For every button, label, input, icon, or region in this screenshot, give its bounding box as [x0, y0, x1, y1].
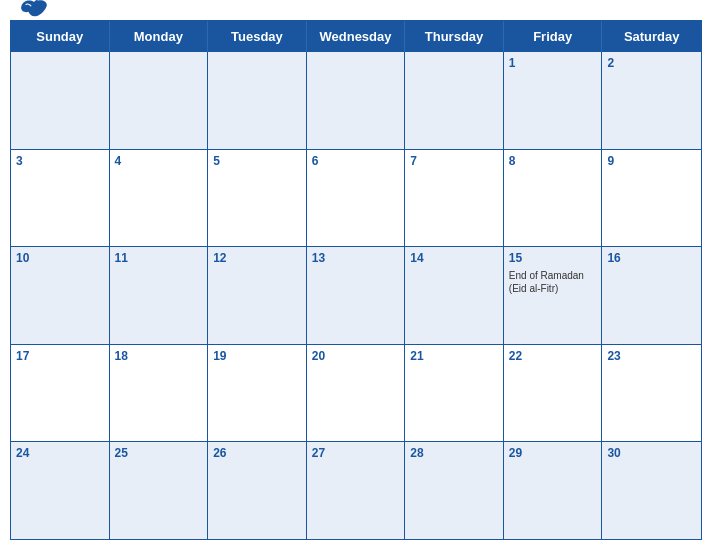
day-cell: 19: [208, 345, 307, 442]
day-cell: 23: [602, 345, 701, 442]
day-headers-row: SundayMondayTuesdayWednesdayThursdayFrid…: [11, 21, 701, 52]
day-cell: 10: [11, 247, 110, 344]
day-cell: 29: [504, 442, 603, 539]
day-number: 8: [509, 154, 597, 170]
day-cell: 28: [405, 442, 504, 539]
day-number: 18: [115, 349, 203, 365]
day-cell: [208, 52, 307, 149]
day-number: 2: [607, 56, 696, 72]
day-cell: 5: [208, 150, 307, 247]
day-cell: [11, 52, 110, 149]
week-row-4: 17181920212223: [11, 344, 701, 442]
day-header-friday: Friday: [504, 21, 603, 52]
day-number: 20: [312, 349, 400, 365]
day-cell: 17: [11, 345, 110, 442]
day-cell: 27: [307, 442, 406, 539]
day-number: 28: [410, 446, 498, 462]
day-cell: 20: [307, 345, 406, 442]
day-cell: 24: [11, 442, 110, 539]
day-number: 24: [16, 446, 104, 462]
day-cell: 26: [208, 442, 307, 539]
day-cell: 13: [307, 247, 406, 344]
day-number: 23: [607, 349, 696, 365]
day-number: 9: [607, 154, 696, 170]
day-header-sunday: Sunday: [11, 21, 110, 52]
day-cell: 30: [602, 442, 701, 539]
day-cell: 15End of Ramadan (Eid al-Fitr): [504, 247, 603, 344]
day-header-wednesday: Wednesday: [307, 21, 406, 52]
calendar-header: [0, 0, 712, 20]
day-cell: 2: [602, 52, 701, 149]
day-cell: 16: [602, 247, 701, 344]
day-cell: 21: [405, 345, 504, 442]
week-row-3: 101112131415End of Ramadan (Eid al-Fitr)…: [11, 246, 701, 344]
day-cell: 18: [110, 345, 209, 442]
day-cell: 3: [11, 150, 110, 247]
day-cell: 6: [307, 150, 406, 247]
weeks-container: 123456789101112131415End of Ramadan (Eid…: [11, 52, 701, 539]
logo: [20, 0, 48, 21]
day-cell: 12: [208, 247, 307, 344]
day-header-saturday: Saturday: [602, 21, 701, 52]
day-header-tuesday: Tuesday: [208, 21, 307, 52]
day-number: 15: [509, 251, 597, 267]
day-number: 25: [115, 446, 203, 462]
day-cell: 8: [504, 150, 603, 247]
logo-bird-icon: [20, 0, 48, 19]
day-cell: 22: [504, 345, 603, 442]
calendar-grid: SundayMondayTuesdayWednesdayThursdayFrid…: [10, 20, 702, 540]
day-number: 21: [410, 349, 498, 365]
day-cell: 14: [405, 247, 504, 344]
day-number: 4: [115, 154, 203, 170]
day-header-thursday: Thursday: [405, 21, 504, 52]
day-number: 5: [213, 154, 301, 170]
day-number: 16: [607, 251, 696, 267]
day-cell: [307, 52, 406, 149]
day-cell: 25: [110, 442, 209, 539]
week-row-1: 12: [11, 52, 701, 149]
day-cell: 9: [602, 150, 701, 247]
day-number: 19: [213, 349, 301, 365]
day-number: 30: [607, 446, 696, 462]
day-number: 13: [312, 251, 400, 267]
day-cell: [405, 52, 504, 149]
week-row-5: 24252627282930: [11, 441, 701, 539]
day-number: 1: [509, 56, 597, 72]
day-number: 22: [509, 349, 597, 365]
day-number: 7: [410, 154, 498, 170]
day-number: 14: [410, 251, 498, 267]
day-cell: 1: [504, 52, 603, 149]
day-number: 6: [312, 154, 400, 170]
day-number: 26: [213, 446, 301, 462]
day-cell: 4: [110, 150, 209, 247]
day-number: 27: [312, 446, 400, 462]
week-row-2: 3456789: [11, 149, 701, 247]
day-header-monday: Monday: [110, 21, 209, 52]
event-label: End of Ramadan (Eid al-Fitr): [509, 269, 597, 295]
day-number: 3: [16, 154, 104, 170]
day-cell: 11: [110, 247, 209, 344]
day-number: 11: [115, 251, 203, 267]
day-number: 17: [16, 349, 104, 365]
day-cell: 7: [405, 150, 504, 247]
day-number: 10: [16, 251, 104, 267]
day-number: 12: [213, 251, 301, 267]
day-cell: [110, 52, 209, 149]
day-number: 29: [509, 446, 597, 462]
